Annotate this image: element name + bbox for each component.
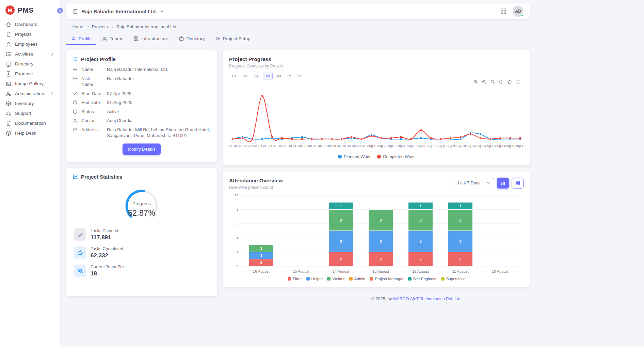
data-point[interactable] (291, 138, 293, 140)
x-axis-label: Aug 5 (407, 144, 415, 148)
data-point[interactable] (479, 137, 482, 139)
data-point[interactable] (489, 138, 492, 140)
app-logo[interactable]: M PMS (0, 0, 60, 19)
tab-infrastructure[interactable]: Infrastructure (129, 33, 173, 45)
data-point[interactable] (499, 137, 501, 139)
range-5y[interactable]: 5Y (294, 73, 304, 79)
x-axis-label: Jul 23 (278, 144, 287, 148)
zoom-in-icon[interactable] (473, 79, 478, 85)
data-point[interactable] (460, 136, 462, 138)
menu-icon[interactable] (516, 79, 521, 85)
sidebar-item-support[interactable]: Support (3, 109, 57, 118)
data-point[interactable] (360, 138, 363, 140)
bar-value-label: 2 (419, 257, 421, 261)
legend-item[interactable]: Fitter (288, 277, 302, 281)
sidebar-item-documentation[interactable]: Documentation (3, 119, 57, 128)
apps-grid-button[interactable] (500, 7, 507, 15)
legend-item[interactable]: Welder (327, 277, 344, 281)
data-point[interactable] (400, 136, 402, 138)
series-line[interactable] (232, 96, 520, 142)
project-progress-card: Project Progress Progress Overview by Pr… (223, 50, 530, 165)
footer-company-link[interactable]: MARCO AIoT Technologies Pvt. Ltd. (393, 297, 462, 301)
data-point[interactable] (410, 138, 412, 140)
tab-project-setup[interactable]: Project Setup (211, 33, 255, 45)
data-point[interactable] (469, 133, 472, 135)
legend-item[interactable]: Supervisor (441, 277, 465, 281)
legend-item[interactable]: Project Manager (370, 277, 403, 281)
x-axis-label: Jul 19 (238, 144, 247, 148)
progress-line-chart[interactable]: Jul 18Jul 19Jul 20Jul 21Jul 22Jul 23Jul … (229, 86, 524, 154)
sidebar-item-inventory[interactable]: Inventory (3, 99, 57, 108)
sidebar-item-expense[interactable]: Expense (3, 69, 57, 79)
zoom-out-icon[interactable] (482, 79, 487, 85)
data-point[interactable] (311, 138, 313, 140)
pan-icon[interactable] (499, 79, 504, 85)
y-axis-label: 6 (236, 222, 238, 225)
broadcast-icon (73, 76, 78, 81)
attendance-bar-chart[interactable]: 024681011116 August15 August233114 Augus… (229, 191, 524, 277)
range-3m[interactable]: 3M (274, 73, 284, 79)
data-point[interactable] (261, 138, 263, 140)
avatar[interactable]: AD (513, 6, 524, 17)
data-point[interactable] (241, 137, 244, 139)
data-point[interactable] (271, 136, 273, 138)
data-point[interactable] (509, 137, 512, 139)
profile-field-status: Status: Active (73, 109, 211, 115)
home-icon[interactable] (507, 79, 512, 85)
data-point[interactable] (321, 138, 323, 140)
tab-label: Project Setup (223, 36, 251, 41)
sidebar-item-projects[interactable]: Projects (3, 30, 57, 39)
legend-item[interactable]: Helper (306, 277, 323, 281)
legend-item[interactable]: Planned Work (338, 154, 370, 159)
range-1y[interactable]: 1Y (285, 73, 294, 79)
data-point[interactable] (450, 137, 452, 139)
building-icon (5, 61, 12, 67)
tab-directory[interactable]: Directory (174, 33, 209, 45)
breadcrumb-home[interactable]: Home (71, 24, 83, 29)
breadcrumb-projects[interactable]: Projects (92, 24, 108, 29)
legend-item[interactable]: Site Engineer (408, 277, 437, 281)
sidebar-item-employees[interactable]: Employees (3, 40, 57, 49)
data-point[interactable] (370, 135, 373, 137)
modify-details-button[interactable]: Modify Details (123, 144, 161, 155)
date-range-select[interactable]: Last 7 Days (454, 178, 494, 188)
legend-item[interactable]: Admin (349, 277, 366, 281)
range-1m[interactable]: 1M (263, 73, 273, 79)
sidebar-collapse-button[interactable] (57, 7, 64, 14)
sidebar-item-help-desk[interactable]: Help Desk (3, 129, 57, 138)
data-point[interactable] (519, 137, 521, 139)
data-point[interactable] (420, 137, 422, 139)
magnifier-icon[interactable] (490, 79, 495, 85)
flag-icon (73, 127, 78, 132)
data-point[interactable] (440, 138, 442, 140)
data-point[interactable] (301, 138, 303, 140)
data-point[interactable] (281, 137, 283, 139)
data-point[interactable] (430, 137, 432, 139)
sidebar-item-dashboard[interactable]: Dashboard (3, 20, 57, 29)
range-15d[interactable]: 15D (251, 73, 262, 79)
range-1w[interactable]: 1W (239, 73, 249, 79)
bar-view-button[interactable] (497, 178, 509, 188)
data-point[interactable] (350, 136, 353, 138)
data-point[interactable] (420, 129, 422, 132)
sidebar-item-administration[interactable]: Administration (3, 89, 57, 99)
data-point[interactable] (231, 138, 234, 140)
sidebar-item-activities[interactable]: Activities (3, 49, 57, 59)
sidebar-item-directory[interactable]: Directory (3, 59, 57, 69)
sidebar-item-label: Administration (15, 91, 44, 96)
data-point[interactable] (340, 138, 343, 140)
tab-teams[interactable]: Teams (97, 33, 128, 45)
data-point[interactable] (380, 137, 383, 139)
data-point[interactable] (390, 137, 392, 139)
data-point[interactable] (331, 138, 333, 140)
data-point[interactable] (479, 133, 482, 135)
series-line[interactable] (232, 133, 520, 140)
legend-item[interactable]: Completed Work (377, 154, 415, 159)
sidebar-item-image-gallery[interactable]: Image Gallery (3, 79, 57, 89)
data-point[interactable] (261, 95, 263, 97)
range-1d[interactable]: 1D (229, 73, 238, 79)
data-point[interactable] (251, 138, 254, 140)
table-view-button[interactable] (512, 178, 524, 188)
company-selector[interactable]: Raja Bahadur International Ltd. (73, 9, 164, 14)
tab-profile[interactable]: Profile (66, 33, 96, 45)
